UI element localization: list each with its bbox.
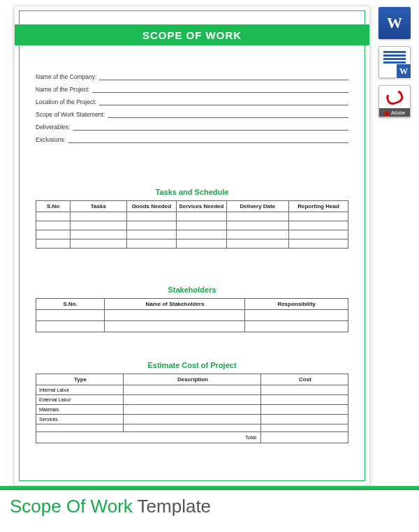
word-letter: W xyxy=(387,14,402,32)
cost-type: Internal Labor xyxy=(36,385,124,395)
table-header-row: S.No Tasks Goods Needed Services Needed … xyxy=(36,201,348,212)
field-row: Name of the Project: xyxy=(36,86,348,93)
download-icons: W Adobe xyxy=(377,7,412,117)
page-title: SCOPE OF WORK xyxy=(142,29,242,41)
cost-section: Estimate Cost of Project Type Descriptio… xyxy=(36,361,348,443)
th: Responsibility xyxy=(245,299,348,310)
table-row xyxy=(36,310,348,321)
cost-table: Type Description Cost Internal Labor Ext… xyxy=(36,374,348,443)
field-line xyxy=(73,125,348,131)
cost-type: Services xyxy=(36,415,124,424)
pdf-swirl-icon xyxy=(384,87,404,106)
th: Description xyxy=(124,374,261,385)
field-line xyxy=(68,138,348,143)
stakeholders-title: Stakeholders xyxy=(36,286,348,294)
word-icon[interactable]: W xyxy=(378,7,411,39)
field-row: Exclusions: xyxy=(36,136,348,143)
adobe-bar: Adobe xyxy=(379,108,410,117)
table-row xyxy=(36,321,348,332)
th: Reporting Head xyxy=(289,201,348,212)
table-header-row: S.No. Name of Stakeholders Responsibilit… xyxy=(36,299,348,310)
table-row: External Labor xyxy=(36,395,348,405)
title-bar: SCOPE OF WORK xyxy=(15,24,369,45)
th: S.No. xyxy=(36,299,105,310)
field-line xyxy=(99,75,348,80)
field-label: Deliverables: xyxy=(36,124,73,131)
pdf-icon[interactable]: Adobe xyxy=(378,85,411,117)
fields-area: Name of the Company: Name of the Project… xyxy=(36,73,348,149)
field-row: Name of the Company: xyxy=(36,73,348,80)
table-row: Materials xyxy=(36,405,348,415)
cost-total-label: Total xyxy=(36,432,261,443)
cost-type: Materials xyxy=(36,405,124,415)
adobe-label: Adobe xyxy=(391,110,405,115)
tasks-title: Tasks and Schedule xyxy=(36,188,348,196)
field-row: Location of the Project: xyxy=(36,98,348,105)
field-row: Deliverables: xyxy=(36,124,348,131)
table-row xyxy=(36,212,348,221)
th: Delivery Date xyxy=(226,201,288,212)
field-label: Exclusions: xyxy=(36,136,68,143)
document-page: SCOPE OF WORK Name of the Company: Name … xyxy=(14,6,370,486)
footer-bar xyxy=(0,486,419,490)
stakeholders-section: Stakeholders S.No. Name of Stakeholders … xyxy=(36,286,348,332)
docx-icon[interactable] xyxy=(378,46,411,78)
th: Type xyxy=(36,374,124,385)
table-header-row: Type Description Cost xyxy=(36,374,348,385)
th: Name of Stakeholders xyxy=(105,299,245,310)
tasks-section: Tasks and Schedule S.No Tasks Goods Need… xyxy=(36,188,348,249)
field-row: Scope of Work Statement: xyxy=(36,111,348,118)
table-row xyxy=(36,239,348,249)
stakeholders-table: S.No. Name of Stakeholders Responsibilit… xyxy=(36,298,348,332)
table-row xyxy=(36,221,348,230)
field-label: Scope of Work Statement: xyxy=(36,111,108,118)
th: S.No xyxy=(36,201,71,212)
table-row: Internal Labor xyxy=(36,385,348,395)
footer-text: Scope Of Work Template xyxy=(10,496,211,517)
table-row: Services xyxy=(36,415,348,424)
footer-green: Scope Of Work xyxy=(10,496,133,517)
cost-total-row: Total xyxy=(36,432,348,443)
field-label: Name of the Company: xyxy=(36,73,99,80)
tasks-table: S.No Tasks Goods Needed Services Needed … xyxy=(36,200,348,249)
th: Services Needed xyxy=(177,201,227,212)
table-row xyxy=(36,230,348,239)
field-label: Name of the Project: xyxy=(36,86,92,93)
th: Cost xyxy=(260,374,348,385)
field-line xyxy=(92,87,348,93)
field-line xyxy=(99,100,348,105)
th: Goods Needed xyxy=(126,201,177,212)
adobe-triangle-icon xyxy=(384,110,390,115)
th: Tasks xyxy=(71,201,126,212)
field-label: Location of the Project: xyxy=(36,98,99,105)
table-row xyxy=(36,424,348,432)
field-line xyxy=(108,112,348,118)
cost-title: Estimate Cost of Project xyxy=(36,361,348,369)
cost-type: External Labor xyxy=(36,395,124,405)
footer-gray: Template xyxy=(133,496,211,517)
